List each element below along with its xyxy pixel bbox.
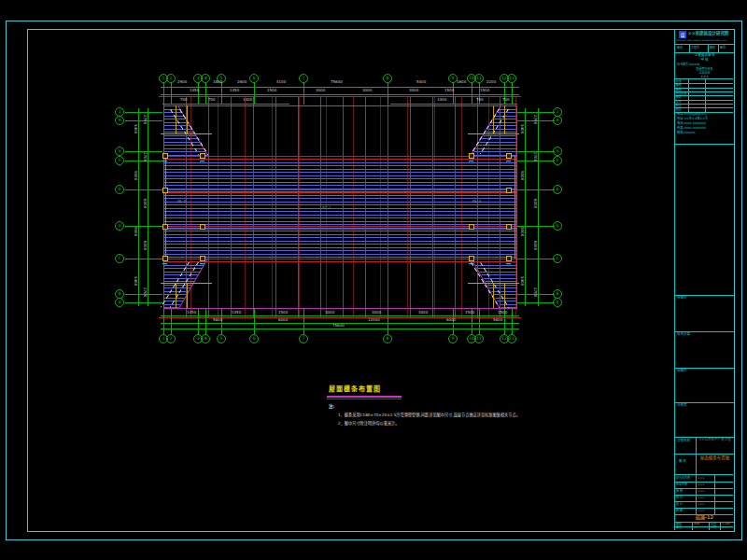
dim-text: 3000: [409, 89, 418, 92]
note-line: 1、檩条采用C180×70×20×2.5冷弯薄壁型钢,间距详见图中尺寸,连接节点…: [338, 413, 520, 417]
note-line: 2、图中尺寸除注明外均以毫米计。: [338, 421, 399, 426]
axis-bubble: C: [115, 254, 124, 263]
axis-stem: [205, 309, 206, 334]
dim-chain: [390, 104, 517, 105]
axis-stem: [517, 189, 555, 190]
tie-marker: [469, 161, 473, 161]
column-marker: [162, 188, 168, 193]
axis-stem: [163, 309, 164, 334]
tb-personnel-table: 设计总负责 ××× 专业负责 ××× 审 核 ××× 校 对 ××× 设 计 ×…: [675, 474, 733, 514]
column-marker: [200, 153, 205, 159]
tie-marker: [506, 263, 511, 264]
detail-line: [161, 133, 212, 134]
detail-line: [493, 283, 494, 308]
axis-bubble: 11: [474, 74, 484, 83]
dim-text: 2200: [486, 80, 496, 84]
dim-text: 2900: [177, 80, 187, 84]
titleblock: 设 ××省建筑设计研究院 ARCHITECTURAL DESIGN & RESE…: [674, 29, 734, 530]
axis-stem: [198, 82, 199, 105]
column-marker: [506, 188, 512, 193]
axis-stem: [254, 309, 255, 334]
tb-vline: [689, 44, 690, 52]
axis-stem: [472, 82, 472, 105]
axis-bubble: C: [553, 254, 562, 263]
tb-hline: [675, 107, 733, 108]
dim-text: 12000: [368, 318, 380, 322]
dim-text: 5400: [520, 276, 524, 286]
dim-text: 2700: [533, 152, 537, 161]
column-marker: [506, 256, 512, 261]
tb-info-line: 传真:0000-0000000: [677, 127, 706, 131]
dim-text: 2700: [143, 152, 147, 161]
dim-chain: [162, 104, 289, 105]
axis-bubble: F: [553, 156, 562, 165]
axis-stem: [512, 309, 513, 334]
dim-text: 1450: [187, 311, 196, 315]
dim-chain: [161, 315, 519, 316]
plan-border: [163, 105, 517, 309]
dim-chain: [525, 108, 526, 306]
tie-marker: [162, 161, 167, 161]
detail-line: [493, 105, 494, 133]
axis-stem: [205, 82, 206, 105]
axis-bubble: A: [553, 298, 562, 307]
dim-text: 2700: [533, 115, 537, 124]
column-marker: [469, 256, 474, 261]
dim-text: 9000: [134, 227, 137, 236]
axis-bubble: 13: [507, 74, 516, 83]
tb-drawing-value: 屋面檩条布置图: [697, 456, 733, 461]
tb-sign-table: 批准 审定 审核 专业负责 校对 设计 制图 描图: [675, 78, 733, 113]
dim-text: 700: [502, 98, 510, 102]
detail-line: [187, 283, 188, 308]
dim-text: 6000: [533, 199, 537, 208]
detail-line: [504, 283, 505, 308]
axis-bubble: H: [553, 116, 562, 125]
tb-divider: [675, 144, 734, 145]
company-name: ××省建筑设计研究院: [688, 32, 729, 36]
axis-bubble: 4: [201, 74, 210, 83]
dim-text: 3000: [372, 311, 381, 315]
axis-bubble: 9: [448, 334, 458, 343]
axis-stem: [171, 309, 172, 334]
dim-text: 1500: [480, 89, 489, 92]
axis-stem: [517, 259, 555, 259]
dim-text: 4100: [276, 80, 286, 84]
dim-text: 700: [476, 98, 484, 102]
dim-text: 1500: [498, 311, 507, 315]
column-marker: [506, 153, 512, 159]
tb-vline: [708, 44, 709, 52]
axis-stem: [517, 302, 555, 303]
tb-personnel-value: ×××: [698, 490, 705, 493]
notes-head: 注:: [329, 404, 334, 409]
tb-personnel-label: 专业负责: [676, 483, 687, 486]
axis-bubble: 6: [249, 74, 259, 83]
tb-hline: [675, 100, 733, 101]
dim-chain: [148, 108, 148, 306]
tb-personnel-value: ×××: [698, 503, 705, 506]
tb-sign-row-label: 校对: [676, 96, 682, 99]
tb-project-label: 工程名称: [677, 440, 694, 443]
dim-text: 1450: [190, 89, 199, 92]
column-marker: [162, 256, 168, 261]
axis-bubble: H: [115, 116, 124, 125]
edge-line-left: [165, 156, 166, 259]
detail-line: [176, 283, 176, 308]
dim-text: 1400: [243, 98, 252, 102]
dim-text: 1800: [213, 80, 222, 84]
axis-bubble: 7: [299, 334, 308, 343]
axis-bubble: 2: [166, 334, 176, 343]
tb-section-label: 会签栏: [677, 297, 687, 301]
axis-stem: [125, 189, 162, 190]
dim-text: 5400: [520, 124, 524, 133]
drawing-title-underline: [327, 396, 402, 398]
axis-stem: [388, 309, 388, 334]
member-label: GL-1: [177, 200, 186, 203]
tb-hline: [675, 95, 733, 96]
dim-text: 1450: [232, 311, 241, 315]
column-marker: [162, 153, 168, 159]
tb-sign-row-label: 审定: [676, 84, 682, 87]
axis-bubble: 7: [299, 74, 308, 83]
dim-text: 3000: [316, 89, 325, 92]
axis-stem: [517, 112, 555, 113]
dim-text: 1500: [278, 311, 288, 315]
